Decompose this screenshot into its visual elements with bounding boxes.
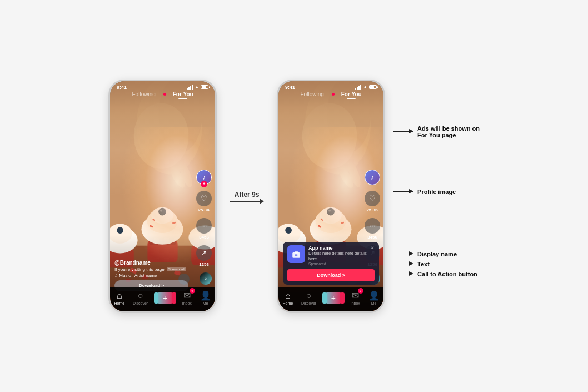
status-time-1: 9:41 [117,85,127,90]
ad-close-btn[interactable]: ✕ [370,245,375,251]
share-icon-1: ↗ [196,245,212,261]
ann-display-line [393,254,413,255]
ann-profile-line [393,191,413,192]
nav-me-1[interactable]: 👤 Me [200,290,211,305]
nav-inbox-2[interactable]: ✉ 9 Inbox [351,290,360,305]
status-bar-2: 9:41 ▲ [278,85,383,90]
svg-point-12 [151,207,173,224]
top-nav-1: Following For You [110,91,215,97]
inbox-badge-count-1: 9 [190,288,195,294]
me-icon-2: 👤 [368,290,380,301]
svg-rect-47 [321,218,323,221]
nav-dot-2 [332,93,335,96]
home-icon-2: ⌂ [285,291,291,301]
svg-point-3 [134,103,189,168]
comment-count-1: 3456 [199,235,209,240]
annotations: Ads will be shown on For You page [393,115,480,277]
status-time-2: 9:41 [285,85,295,90]
ad-desc: Details here details here details here [308,251,367,262]
inbox-badge-count-2: 9 [358,288,363,294]
caption-1: If you're visiting this page Sponsored [114,267,188,272]
svg-point-21 [117,227,123,234]
ann-display: Display name [393,251,480,257]
ann-text-label: Text [417,261,430,267]
ann-ads-text: Ads will be shown on For You page [417,125,480,138]
ann-text-arrow [393,264,413,265]
follow-plus-1[interactable]: + [201,181,207,187]
phones-row: 9:41 ▲ [108,80,480,313]
status-bar-1: 9:41 ▲ [110,85,215,90]
after-label: After 9s [235,191,260,199]
svg-point-41 [315,209,346,232]
ad-card-header: App name Details here details here detai… [287,245,375,266]
svg-point-42 [320,207,341,224]
phone-1-inner: 9:41 ▲ [110,81,215,311]
comment-btn-2[interactable]: ··· 3456 [365,218,380,240]
top-nav-2: Following For You [278,91,383,97]
home-label-2: Home [282,301,293,305]
like-btn-2[interactable]: ♡ 25.3K [365,191,380,212]
svg-point-6 [168,164,187,189]
profile-avatar-2[interactable]: ♪ [365,170,380,185]
nav-me-2[interactable]: 👤 Me [368,290,380,305]
caption-text-1: If you're visiting this page [114,267,165,272]
arrow-line [230,201,263,202]
phone-2: 9:41 ▲ [277,80,385,313]
phone-2-area: 9:41 ▲ [277,80,385,313]
tiktok-logo-2: ♪ [371,173,374,181]
nav-for-you-1[interactable]: For You [173,91,193,97]
nav-discover-2[interactable]: ○ Discover [301,291,316,305]
comment-icon-1: ··· [196,218,212,234]
svg-rect-62 [295,254,298,254]
svg-point-34 [346,160,363,188]
nav-for-you-2[interactable]: For You [341,91,362,97]
ann-ads-title: Ads will be shown on [417,125,480,132]
status-icons-2: ▲ [355,85,377,90]
signal-icon-2 [355,85,361,90]
nav-discover-1[interactable]: ○ Discover [133,291,148,305]
phone-2-inner: 9:41 ▲ [278,81,383,311]
like-btn-1[interactable]: ♡ 25.3K [196,191,212,212]
nav-following-1[interactable]: Following [132,91,156,97]
signal-icon-1 [187,85,193,90]
discover-icon-1: ○ [138,291,143,301]
discover-label-2: Discover [301,301,316,305]
ad-app-icon [287,245,305,263]
phone-1: 9:41 ▲ [108,80,217,313]
ann-cta: Call to Action button [393,271,480,277]
svg-point-43 [327,207,335,215]
inbox-label-2: Inbox [351,301,360,305]
profile-avatar-1[interactable]: ♪ + [196,170,212,185]
share-btn-1[interactable]: ↗ 1256 [196,245,212,267]
like-icon-2: ♡ [365,191,380,206]
comment-btn-1[interactable]: ··· 3456 [196,218,212,240]
nav-home-1[interactable]: ⌂ Home [114,291,124,305]
after-arrow: After 9s [230,191,263,202]
nav-following-2[interactable]: Following [301,91,324,97]
ad-cta-btn[interactable]: Download > [287,269,375,281]
main-container: 9:41 ▲ [108,80,480,313]
like-count-1: 25.3K [198,207,210,212]
svg-rect-15 [150,225,153,228]
nav-add-1[interactable]: + [156,292,174,304]
ann-ads-sub: For You page [417,132,480,138]
add-icon-2[interactable]: + [325,292,342,304]
status-icons-1: ▲ [187,85,208,90]
svg-point-10 [142,214,183,244]
nav-home-2[interactable]: ⌂ Home [282,291,293,305]
ad-card: App name Details here details here detai… [283,242,379,285]
nav-inbox-1[interactable]: ✉ 9 Inbox [182,290,192,305]
like-icon-1: ♡ [196,191,212,206]
right-sidebar-1: ♪ + ♡ 25.3K ··· 3456 ↗ 1256 [196,170,212,267]
discover-icon-2: ○ [306,291,312,301]
like-count-2: 25.3K [366,207,378,212]
nav-add-2[interactable]: + [325,292,342,304]
add-icon-1[interactable]: + [156,292,174,304]
svg-point-51 [285,227,292,234]
wifi-icon-1: ▲ [195,85,199,90]
ad-sponsored: Sponsored [308,262,367,266]
svg-point-14 [160,209,162,211]
svg-point-40 [310,214,352,244]
nav-dot-1 [163,93,166,96]
comment-count-2: 3456 [367,235,377,240]
